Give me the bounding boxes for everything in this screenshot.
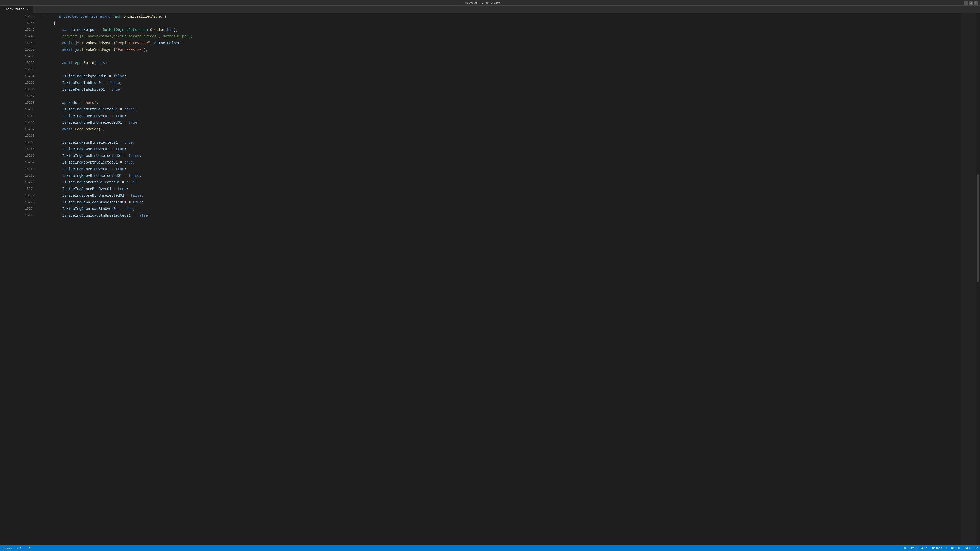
line-number: 15266 bbox=[0, 152, 41, 159]
line-number: 15255 bbox=[0, 79, 41, 86]
line-content: IsHideImgMoovBtnUnselected01 = false; bbox=[41, 172, 142, 179]
code-line: 15245− protected override async Task OnI… bbox=[0, 13, 980, 20]
tab-index-razor[interactable]: Index.razor ✕ bbox=[0, 6, 33, 13]
line-content: var dotnetHelper = DotNetObjectReference… bbox=[41, 27, 178, 33]
line-number: 15275 bbox=[0, 212, 41, 219]
line-content: IsHideImgHomeBtnUnselected01 = true; bbox=[41, 119, 139, 126]
scrollbar-right[interactable] bbox=[977, 13, 980, 551]
line-number: 15253 bbox=[0, 66, 41, 73]
maximize-button[interactable]: □ bbox=[969, 1, 973, 5]
line-content: appMode = "home"; bbox=[41, 100, 99, 106]
error-count[interactable]: ✕ 0 bbox=[16, 547, 21, 550]
line-content: IsHideImgStoreBtnSelected01 = true; bbox=[41, 179, 137, 186]
code-line: 15257 bbox=[0, 93, 980, 100]
line-number: 15245 bbox=[0, 13, 41, 20]
code-line: 15251 bbox=[0, 53, 980, 60]
code-line: 15252 await App.Build(this); bbox=[0, 60, 980, 66]
code-line: 15267 IsHideImgMoovBtnSelected01 = true; bbox=[0, 159, 980, 166]
code-line: 15260 IsHideImgHomeBtnOver01 = true; bbox=[0, 113, 980, 119]
line-number: 15251 bbox=[0, 53, 41, 60]
line-content: IsHideImgMoovBtnSelected01 = true; bbox=[41, 159, 135, 166]
code-line: 15248 //await js.InvokeVoidAsync("Enumer… bbox=[0, 33, 980, 40]
line-content: protected override async Task OnInitiali… bbox=[46, 13, 166, 20]
title-controls: − □ ✕ bbox=[964, 1, 978, 5]
code-line: 15268 IsHideImgMoovBtnOver01 = true; bbox=[0, 166, 980, 172]
warning-count[interactable]: △ 0 bbox=[25, 547, 30, 550]
line-number: 15265 bbox=[0, 146, 41, 152]
line-content: IsHideImgStoreBtnOver01 = true; bbox=[41, 186, 129, 192]
line-number: 15252 bbox=[0, 60, 41, 66]
line-number: 15257 bbox=[0, 93, 41, 100]
line-number: 15267 bbox=[0, 159, 41, 166]
code-line: 15273 IsHideImgDownloadBtnSelected01 = t… bbox=[0, 199, 980, 206]
code-lines: 15245− protected override async Task OnI… bbox=[0, 13, 980, 219]
line-content: IsHideImgBackground01 = false; bbox=[41, 73, 126, 79]
line-content: await LoadHomeScr(); bbox=[41, 126, 105, 133]
code-line: 15254 IsHideImgBackground01 = false; bbox=[0, 73, 980, 79]
code-line: 15272 IsHideImgStoreBtnUnselected01 = fa… bbox=[0, 192, 980, 199]
line-number: 15269 bbox=[0, 172, 41, 179]
line-number: 15246 bbox=[0, 20, 41, 27]
line-number: 15274 bbox=[0, 206, 41, 212]
line-number: 15273 bbox=[0, 199, 41, 206]
code-line: 15262 await LoadHomeScr(); bbox=[0, 126, 980, 133]
line-content: IsHideMenuTabBlue01 = false; bbox=[41, 79, 122, 86]
language[interactable]: C# bbox=[975, 547, 978, 550]
code-line: 15261 IsHideImgHomeBtnUnselected01 = tru… bbox=[0, 119, 980, 126]
code-line: 15263 bbox=[0, 133, 980, 139]
line-content: await js.InvokeVoidAsync("ForceResize"); bbox=[41, 46, 148, 53]
code-line: 15269 IsHideImgMoovBtnUnselected01 = fal… bbox=[0, 172, 980, 179]
encoding[interactable]: UTF-8 bbox=[951, 547, 959, 550]
line-number: 15249 bbox=[0, 40, 41, 46]
code-line: 15270 IsHideImgStoreBtnSelected01 = true… bbox=[0, 179, 980, 186]
tab-bar: Index.razor ✕ bbox=[0, 6, 980, 13]
line-content: IsHideMenuTabWhite01 = true; bbox=[41, 86, 122, 93]
close-button[interactable]: ✕ bbox=[974, 1, 978, 5]
code-line: 15249 await js.InvokeVoidAsync("Register… bbox=[0, 40, 980, 46]
line-content: IsHideImgNewsBtnUnselected01 = false; bbox=[41, 152, 142, 159]
line-content: IsHideImgStoreBtnUnselected01 = false; bbox=[41, 192, 144, 199]
code-line: 15247 var dotnetHelper = DotNetObjectRef… bbox=[0, 27, 980, 33]
line-number: 15258 bbox=[0, 100, 41, 106]
code-line: 15256 IsHideMenuTabWhite01 = true; bbox=[0, 86, 980, 93]
line-content: IsHideImgHomeBtnSelected01 = false; bbox=[41, 106, 137, 113]
tab-label: Index.razor bbox=[4, 8, 24, 11]
code-line: 15271 IsHideImgStoreBtnOver01 = true; bbox=[0, 186, 980, 192]
code-line: 15264 IsHideImgNewsBtnSelected01 = true; bbox=[0, 139, 980, 146]
line-content: { bbox=[41, 20, 56, 27]
tab-close-icon[interactable]: ✕ bbox=[26, 7, 28, 11]
code-line: 15246 { bbox=[0, 20, 980, 27]
line-number: 15268 bbox=[0, 166, 41, 172]
scrollbar-thumb[interactable] bbox=[977, 175, 980, 282]
line-number: 15261 bbox=[0, 119, 41, 126]
line-number: 15248 bbox=[0, 33, 41, 40]
code-line: 15275 IsHideImgDownloadBtnUnselected01 =… bbox=[0, 212, 980, 219]
minimize-button[interactable]: − bbox=[964, 1, 968, 5]
line-content: IsHideImgHomeBtnOver01 = true; bbox=[41, 113, 126, 119]
line-content: IsHideImgDownloadBtnOver01 = true; bbox=[41, 206, 135, 212]
code-line: 15265 IsHideImgNewsBtnOver01 = true; bbox=[0, 146, 980, 152]
line-content: //await js.InvokeVoidAsync("EnumerateDev… bbox=[41, 33, 193, 40]
code-line: 15259 IsHideImgHomeBtnSelected01 = false… bbox=[0, 106, 980, 113]
code-line: 15253 bbox=[0, 66, 980, 73]
code-line: 15274 IsHideImgDownloadBtnOver01 = true; bbox=[0, 206, 980, 212]
title-bar-text: moovpad - Index.razor bbox=[2, 1, 964, 4]
line-col[interactable]: Ln 15245, Col 1 bbox=[903, 547, 928, 550]
status-right: Ln 15245, Col 1 Spaces: 4 UTF-8 CRLF C# bbox=[903, 547, 978, 550]
line-number: 15254 bbox=[0, 73, 41, 79]
code-area[interactable]: 15245− protected override async Task OnI… bbox=[0, 13, 980, 551]
line-number: 15271 bbox=[0, 186, 41, 192]
spaces[interactable]: Spaces: 4 bbox=[932, 547, 947, 550]
status-bar: ☍ main ✕ 0 △ 0 Ln 15245, Col 1 Spaces: 4… bbox=[0, 545, 980, 551]
line-ending[interactable]: CRLF bbox=[964, 547, 970, 550]
code-line: 15250 await js.InvokeVoidAsync("ForceRes… bbox=[0, 46, 980, 53]
line-number: 15270 bbox=[0, 179, 41, 186]
line-number: 15256 bbox=[0, 86, 41, 93]
code-line: 15255 IsHideMenuTabBlue01 = false; bbox=[0, 79, 980, 86]
line-number: 15262 bbox=[0, 126, 41, 133]
minimap[interactable] bbox=[961, 13, 977, 551]
line-number: 15260 bbox=[0, 113, 41, 119]
collapse-icon[interactable]: − bbox=[42, 15, 45, 18]
line-content: await App.Build(this); bbox=[41, 60, 109, 66]
git-branch[interactable]: ☍ main bbox=[2, 547, 12, 550]
